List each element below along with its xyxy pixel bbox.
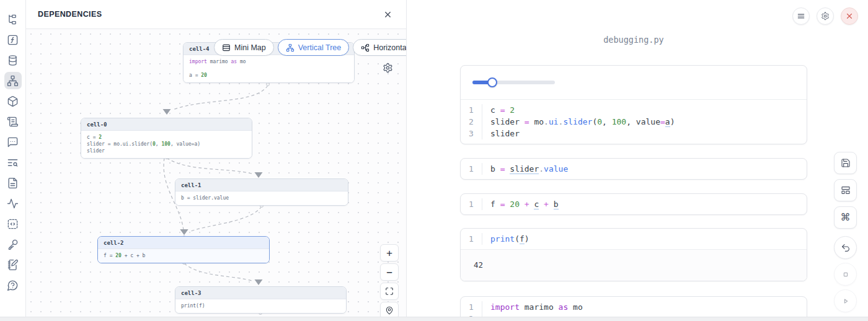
panel-title: DEPENDENCIES — [38, 10, 102, 19]
save-icon — [841, 158, 851, 168]
code-token: print(f) — [181, 303, 205, 309]
code-token: 100 — [161, 141, 170, 147]
code-token — [607, 117, 612, 126]
graph-node-title: cell-1 — [175, 179, 348, 191]
code-token — [549, 200, 554, 209]
code-token: 2 — [510, 105, 515, 115]
list-search-icon[interactable] — [4, 154, 22, 171]
stop-icon — [841, 270, 851, 279]
code-token: 20 — [201, 73, 207, 78]
code-token: slider — [87, 148, 105, 154]
code-token: c — [490, 105, 495, 115]
packages-icon[interactable] — [4, 92, 22, 110]
snippets-icon[interactable] — [4, 215, 22, 232]
zoom-out-button[interactable]: − — [380, 263, 399, 281]
bottom-scrollbar-track[interactable] — [0, 317, 868, 321]
save-button[interactable] — [834, 152, 857, 174]
documentation-icon[interactable] — [4, 174, 22, 191]
database-icon[interactable] — [4, 51, 22, 69]
graph-node-code: print(f) — [175, 299, 346, 313]
notebook-cell[interactable]: 1b = slider.value — [460, 158, 807, 180]
slider-handle[interactable] — [487, 77, 497, 87]
logs-icon[interactable] — [4, 113, 22, 130]
vertical-tree-view-button[interactable]: Vertical Tree — [278, 39, 349, 56]
cell-editor[interactable]: 1print(f) — [461, 229, 807, 249]
stop-button[interactable] — [834, 263, 857, 286]
code-token: slider — [490, 129, 520, 138]
code-token: f — [490, 200, 495, 209]
settings-button[interactable] — [817, 7, 834, 25]
locate-node-button[interactable] — [380, 302, 399, 317]
notebook-cell[interactable]: 1c = 22slider = mo.ui.slider(0, 100, val… — [460, 65, 807, 144]
menu-button[interactable] — [792, 7, 810, 25]
graph-zoom-controls: + − — [380, 244, 399, 317]
code-token: import — [189, 59, 207, 64]
code-token: . — [544, 117, 549, 126]
graph-node-code: f = 20 + c + b — [98, 249, 269, 263]
notebook-cell[interactable]: 1print(f)42 — [460, 228, 807, 281]
code-token: mo — [237, 59, 246, 64]
code-token: as — [559, 302, 569, 312]
run-button[interactable] — [834, 289, 857, 312]
cell-console-output: 42 — [461, 249, 807, 281]
line-number: 1 — [461, 233, 482, 245]
function-icon[interactable] — [4, 31, 22, 48]
notebook-cell[interactable]: 1f = 20 + c + b — [460, 193, 807, 215]
code-token: , — [602, 117, 607, 126]
map-pin-icon — [385, 306, 394, 315]
secrets-icon[interactable] — [4, 235, 22, 253]
command-palette-button[interactable]: ⌘ — [834, 206, 857, 229]
code-token — [520, 117, 525, 126]
shutdown-button[interactable] — [841, 7, 858, 25]
slider-widget[interactable] — [472, 81, 555, 84]
code-token: ( — [515, 234, 520, 244]
cell-tree-icon[interactable] — [4, 11, 22, 28]
line-number: 2 — [461, 116, 482, 128]
cell-editor[interactable]: 1b = slider.value — [461, 159, 807, 179]
close-icon[interactable] — [381, 7, 394, 21]
graph-node-cell-3[interactable]: cell-3print(f) — [175, 286, 347, 314]
layout-toggle-button[interactable] — [834, 179, 857, 201]
code-token: , value=a) — [170, 141, 200, 147]
graph-node-title: cell-2 — [98, 237, 269, 249]
code-token: slider — [510, 164, 539, 174]
code-token: + — [525, 200, 529, 209]
code-token: f = — [104, 253, 115, 258]
graph-node-cell-1[interactable]: cell-1b = slider.value — [175, 178, 348, 206]
line-number: 1 — [461, 163, 482, 175]
graph-node-code: b = slider.value — [175, 191, 348, 205]
graph-node-title: cell-0 — [81, 118, 252, 131]
vertical-tree-view-label: Vertical Tree — [298, 43, 341, 52]
help-icon[interactable] — [4, 276, 22, 294]
cell-editor[interactable]: 1c = 22slider = mo.ui.slider(0, 100, val… — [461, 100, 807, 144]
notebook-topbar — [792, 7, 858, 25]
code-token: slider = mo.ui.slider( — [87, 141, 153, 147]
sidebar-rail — [0, 0, 26, 321]
graph-node-cell-2[interactable]: cell-2f = 20 + c + b — [97, 236, 270, 263]
horizontal-tree-view-button[interactable]: Horizontal Tree — [353, 39, 406, 56]
code-token: 20 — [115, 253, 122, 258]
dependency-graph-canvas[interactable]: cell-4import marimo as moa = 20cell-0c =… — [26, 29, 406, 317]
code-token: c = — [87, 134, 99, 140]
cell-editor[interactable]: 1f = 20 + c + b — [461, 194, 807, 214]
undo-button[interactable] — [834, 236, 857, 259]
graph-node-cell-0[interactable]: cell-0c = 2slider = mo.ui.slider(0, 100,… — [81, 118, 252, 159]
code-token: = — [660, 117, 665, 126]
graph-node-code: c = 2slider = mo.ui.slider(0, 100, value… — [81, 131, 252, 158]
chat-icon[interactable] — [4, 133, 22, 151]
scratchpad-icon[interactable] — [4, 256, 22, 273]
cell-output — [461, 66, 807, 100]
code-token: ui — [549, 117, 559, 126]
code-token: print — [490, 234, 515, 244]
code-token: ) — [670, 117, 675, 126]
code-token: mo — [534, 117, 544, 126]
horizontal-tree-icon — [361, 43, 370, 52]
zoom-in-button[interactable]: + — [380, 244, 399, 262]
minimap-view-button[interactable]: Mini Map — [214, 39, 274, 56]
graph-settings-gear-icon[interactable] — [383, 63, 393, 76]
tracing-icon[interactable] — [4, 195, 22, 212]
fit-view-button[interactable] — [380, 283, 399, 300]
code-token: 100 — [612, 117, 626, 126]
dependency-graph-icon[interactable] — [4, 72, 22, 89]
graph-node-code: import marimo as moa = 20 — [184, 55, 354, 82]
